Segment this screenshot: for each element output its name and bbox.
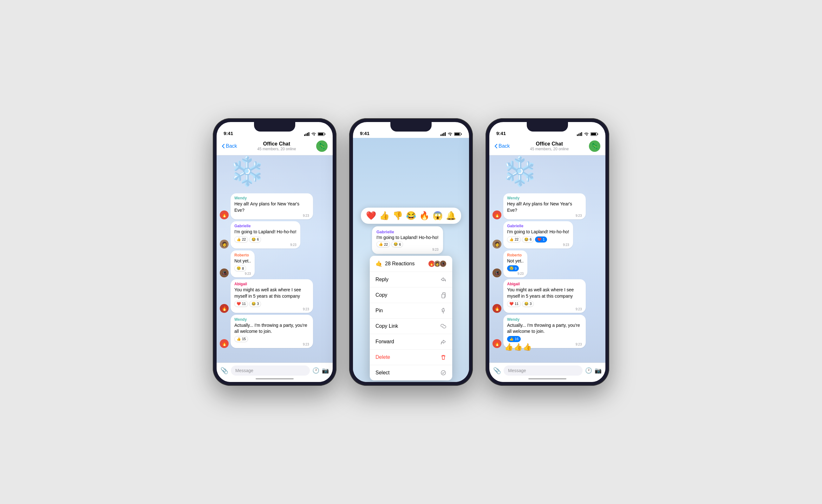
list-item[interactable]: Gabrielle I'm going to Lapland! Ho-ho-ho… [503,221,573,248]
list-item[interactable]: Wendy Actually... I'm throwing a party, … [231,315,313,348]
list-item[interactable]: Gabrielle I'm going to Lapland! Ho-ho-ho… [231,221,300,248]
msg-time: 9:23 [235,308,309,311]
list-item[interactable]: Roberto Not yet.. 😢8 9:23 [231,250,255,278]
reaction-badge[interactable]: 😂6 [391,241,403,247]
reaction-badge[interactable]: ❤️11 [235,301,248,307]
context-menu-select[interactable]: Select [370,365,452,380]
avatar: 👩 [220,239,229,248]
emoji-thumbsup[interactable]: 👍 [379,211,389,220]
chat-area-middle: ❤️ 👍 👎 😂 🔥 😱 🔔 Gabrielle I'm going to La… [353,138,469,382]
reaction-badge-active[interactable]: 👍16 [507,336,521,342]
reaction-badge[interactable]: 😂3 [522,301,534,307]
msg-text: I'm going to Lapland! Ho-ho-ho! [235,229,297,235]
camera-icon-left[interactable]: 📷 [322,367,329,374]
msg-sender: Abigail [507,282,582,286]
reactions-row: ❤️11 😂3 [507,301,582,307]
msg-sender: Gabrielle [235,224,297,228]
context-menu-copy-link[interactable]: Copy Link [370,319,452,334]
reaction-badge[interactable]: 😂3 [249,301,261,307]
clock-icon-left[interactable]: 🕐 [312,367,319,374]
context-overlay: ❤️ 👍 👎 😂 🔥 😱 🔔 Gabrielle I'm going to La… [353,138,469,382]
emoji-thumbsdown[interactable]: 👎 [393,211,403,220]
messages-right: 🔥 Wendy Hey all! Any plans for New Year'… [489,155,605,351]
list-item[interactable]: Abigail You might as well ask where I se… [503,279,586,313]
phone-middle: 9:41 [349,118,473,386]
chat-area-left: ❄️ 🔥 Wendy Hey all! Any plans for New Ye… [217,155,333,363]
list-item[interactable]: Abigail You might as well ask where I se… [231,279,313,313]
attach-icon-right[interactable]: 📎 [493,367,501,374]
reactions-wave-icon: 🤙 [376,260,382,267]
context-menu-copy[interactable]: Copy [370,288,452,303]
status-icons-left [304,132,326,136]
table-row: 🔥 Wendy Hey all! Any plans for New Year'… [220,193,330,219]
delete-label: Delete [376,354,390,360]
svg-rect-1 [306,134,307,136]
back-button-right[interactable]: Back [494,143,510,149]
reaction-badge-active[interactable]: 😢9 [507,265,519,271]
list-item[interactable]: Wendy Hey all! Any plans for New Year's … [231,193,313,219]
svg-rect-22 [591,133,596,135]
reaction-badge[interactable]: 👍22 [376,241,390,247]
message-input-right[interactable]: Message [504,366,582,376]
forward-icon [440,339,446,345]
emoji-fire[interactable]: 🔥 [419,211,429,220]
reactions-label: 28 Reactions [385,261,414,267]
emoji-shocked[interactable]: 😱 [433,211,443,220]
table-row: 🔥 Abigail You might as well ask where I … [220,279,330,313]
context-menu-reply[interactable]: Reply [370,272,452,288]
back-button-left[interactable]: Back [222,143,237,149]
reaction-badge[interactable]: 👍22 [507,236,521,242]
select-label: Select [376,370,389,376]
message-input-left[interactable]: Message [231,366,310,376]
reaction-badge[interactable]: ❤️11 [507,301,521,307]
reply-label: Reply [376,277,389,283]
reactions-row: 👍16 [507,336,582,342]
context-menu-forward[interactable]: Forward [370,334,452,350]
forward-label: Forward [376,339,394,345]
camera-icon-right[interactable]: 📷 [594,367,601,374]
emoji-heart[interactable]: ❤️ [366,211,376,220]
reaction-avatar: 🎩 [440,260,446,267]
emoji-laugh[interactable]: 😂 [406,211,416,220]
msg-text: You might as well ask where I see myself… [507,287,582,299]
floating-emojis: 👍👍👍 [504,343,531,351]
reaction-badge-active[interactable]: ❤️1 [535,236,547,242]
context-menu-reactions[interactable]: 🤙 28 Reactions 🔥 👩 🎩 [370,256,452,272]
input-icons-right: 🕐 📷 [585,367,601,374]
link-icon [440,323,446,329]
reaction-badge[interactable]: 😢8 [235,265,246,271]
svg-rect-12 [461,133,462,135]
svg-rect-2 [307,133,308,136]
avatar-header-right[interactable]: 🦎 [589,140,600,152]
context-menu-delete[interactable]: Delete [370,350,452,365]
svg-rect-10 [445,132,446,136]
reactions-row: 👍15 [235,336,309,342]
reaction-badge[interactable]: 👍22 [235,236,248,242]
context-menu-pin[interactable]: Pin [370,303,452,319]
reaction-badge[interactable]: 👍15 [235,336,248,342]
reaction-badge[interactable]: 😂6 [249,236,261,242]
list-item[interactable]: Wendy Hey all! Any plans for New Year's … [503,193,586,219]
context-msg-time: 9:23 [376,248,439,251]
attach-icon-left[interactable]: 📎 [221,367,228,374]
context-menu: 🤙 28 Reactions 🔥 👩 🎩 Reply [370,256,452,380]
msg-sender: Wendy [507,196,582,200]
emoji-picker-bar[interactable]: ❤️ 👍 👎 😂 🔥 😱 🔔 [361,207,461,224]
reaction-badge[interactable]: 😂6 [522,236,534,242]
msg-text: Actually... I'm throwing a party, you're… [507,322,582,335]
input-icons-left: 🕐 📷 [312,367,329,374]
svg-rect-14 [442,294,445,298]
msg-sender: Roberto [507,253,523,258]
status-time-middle: 9:41 [360,131,369,136]
wifi-icon-middle [447,132,453,136]
svg-rect-17 [578,134,579,136]
svg-rect-9 [443,133,444,136]
reactions-row: ❤️11 😂3 [235,301,309,307]
emoji-bell[interactable]: 🔔 [446,211,456,220]
avatar-header-left[interactable]: 🦎 [316,140,328,152]
svg-rect-7 [440,134,441,136]
list-item[interactable]: Roberto Not yet.. 😢9 9:23 [503,250,527,278]
phone-middle-screen: 9:41 [353,122,469,382]
battery-icon-right [590,132,598,136]
clock-icon-right[interactable]: 🕐 [585,367,592,374]
